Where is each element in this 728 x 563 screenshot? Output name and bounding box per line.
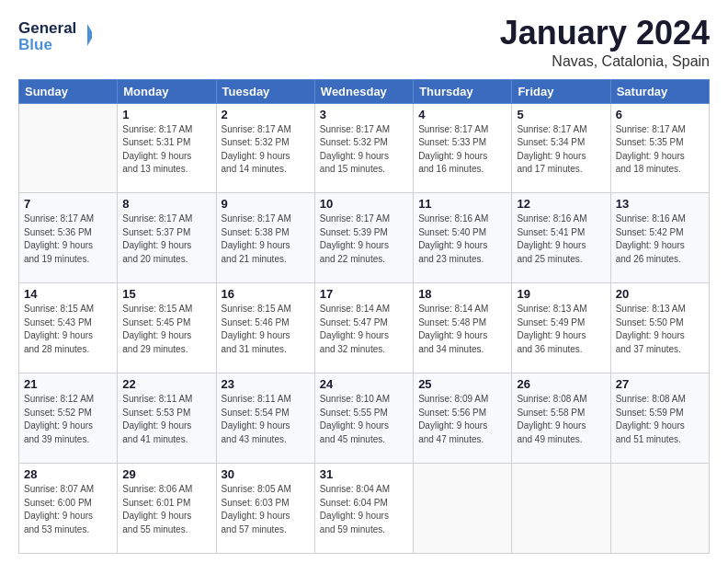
day-number: 31: [320, 467, 408, 481]
day-number: 12: [517, 197, 605, 211]
calendar-cell: 17Sunrise: 8:14 AM Sunset: 5:47 PM Dayli…: [314, 283, 413, 373]
svg-text:General: General: [18, 19, 76, 37]
header-friday: Friday: [512, 79, 610, 103]
header-saturday: Saturday: [610, 79, 709, 103]
day-number: 3: [320, 108, 408, 121]
day-info: Sunrise: 8:17 AM Sunset: 5:32 PM Dayligh…: [320, 123, 408, 177]
day-number: 25: [418, 377, 506, 391]
header-tuesday: Tuesday: [216, 79, 314, 103]
day-info: Sunrise: 8:17 AM Sunset: 5:36 PM Dayligh…: [24, 213, 112, 266]
calendar-cell: 14Sunrise: 8:15 AM Sunset: 5:43 PM Dayli…: [19, 283, 118, 373]
calendar-cell: 16Sunrise: 8:15 AM Sunset: 5:46 PM Dayli…: [216, 283, 314, 373]
calendar-cell: 25Sunrise: 8:09 AM Sunset: 5:56 PM Dayli…: [414, 373, 512, 464]
day-info: Sunrise: 8:16 AM Sunset: 5:42 PM Dayligh…: [616, 213, 704, 266]
calendar-cell: 11Sunrise: 8:16 AM Sunset: 5:40 PM Dayli…: [414, 193, 512, 283]
day-number: 6: [616, 108, 704, 121]
day-number: 22: [122, 377, 210, 391]
calendar-cell: 2Sunrise: 8:17 AM Sunset: 5:32 PM Daylig…: [216, 103, 314, 193]
calendar-cell: 7Sunrise: 8:17 AM Sunset: 5:36 PM Daylig…: [19, 193, 118, 283]
day-info: Sunrise: 8:11 AM Sunset: 5:53 PM Dayligh…: [122, 393, 210, 446]
day-info: Sunrise: 8:04 AM Sunset: 6:04 PM Dayligh…: [320, 483, 408, 536]
calendar-cell: 23Sunrise: 8:11 AM Sunset: 5:54 PM Dayli…: [216, 373, 314, 464]
calendar-cell: 12Sunrise: 8:16 AM Sunset: 5:41 PM Dayli…: [512, 193, 610, 283]
day-info: Sunrise: 8:17 AM Sunset: 5:33 PM Dayligh…: [418, 123, 506, 177]
logo-svg: General Blue: [18, 15, 92, 55]
calendar-cell: [19, 103, 118, 193]
day-info: Sunrise: 8:13 AM Sunset: 5:50 PM Dayligh…: [616, 303, 704, 356]
day-number: 14: [24, 287, 112, 301]
day-number: 26: [517, 377, 605, 391]
day-number: 18: [418, 287, 506, 301]
page: General Blue January 2024 Navas, Catalon…: [0, 0, 728, 563]
header-sunday: Sunday: [19, 79, 118, 103]
logo: General Blue: [18, 15, 92, 55]
day-info: Sunrise: 8:17 AM Sunset: 5:37 PM Dayligh…: [122, 213, 210, 266]
day-number: 19: [517, 287, 605, 301]
day-info: Sunrise: 8:14 AM Sunset: 5:47 PM Dayligh…: [320, 303, 408, 356]
day-info: Sunrise: 8:13 AM Sunset: 5:49 PM Dayligh…: [517, 303, 605, 356]
calendar-cell: 20Sunrise: 8:13 AM Sunset: 5:50 PM Dayli…: [610, 283, 709, 373]
day-info: Sunrise: 8:10 AM Sunset: 5:55 PM Dayligh…: [320, 393, 408, 446]
day-info: Sunrise: 8:17 AM Sunset: 5:31 PM Dayligh…: [122, 123, 210, 177]
calendar-cell: 1Sunrise: 8:17 AM Sunset: 5:31 PM Daylig…: [118, 103, 216, 193]
day-info: Sunrise: 8:17 AM Sunset: 5:34 PM Dayligh…: [517, 123, 605, 177]
calendar-cell: 31Sunrise: 8:04 AM Sunset: 6:04 PM Dayli…: [314, 464, 413, 554]
day-number: 13: [616, 197, 704, 211]
day-info: Sunrise: 8:15 AM Sunset: 5:46 PM Dayligh…: [222, 303, 310, 356]
calendar-cell: 5Sunrise: 8:17 AM Sunset: 5:34 PM Daylig…: [512, 103, 610, 193]
calendar-cell: 19Sunrise: 8:13 AM Sunset: 5:49 PM Dayli…: [512, 283, 610, 373]
day-number: 23: [222, 377, 310, 391]
calendar-cell: [512, 464, 610, 554]
calendar-cell: 29Sunrise: 8:06 AM Sunset: 6:01 PM Dayli…: [118, 464, 216, 554]
calendar-cell: [610, 464, 709, 554]
day-info: Sunrise: 8:14 AM Sunset: 5:48 PM Dayligh…: [418, 303, 506, 356]
svg-text:Blue: Blue: [18, 36, 52, 53]
day-info: Sunrise: 8:07 AM Sunset: 6:00 PM Dayligh…: [24, 483, 112, 536]
day-info: Sunrise: 8:09 AM Sunset: 5:56 PM Dayligh…: [418, 393, 506, 446]
day-info: Sunrise: 8:11 AM Sunset: 5:54 PM Dayligh…: [222, 393, 310, 446]
calendar-cell: 26Sunrise: 8:08 AM Sunset: 5:58 PM Dayli…: [512, 373, 610, 464]
day-number: 30: [222, 467, 310, 481]
header-wednesday: Wednesday: [314, 79, 413, 103]
day-info: Sunrise: 8:12 AM Sunset: 5:52 PM Dayligh…: [24, 393, 112, 446]
day-number: 8: [122, 197, 210, 211]
calendar-week-5: 28Sunrise: 8:07 AM Sunset: 6:00 PM Dayli…: [19, 464, 710, 554]
calendar-cell: 22Sunrise: 8:11 AM Sunset: 5:53 PM Dayli…: [118, 373, 216, 464]
calendar-cell: 18Sunrise: 8:14 AM Sunset: 5:48 PM Dayli…: [414, 283, 512, 373]
calendar-table: SundayMondayTuesdayWednesdayThursdayFrid…: [18, 79, 710, 554]
calendar-cell: 9Sunrise: 8:17 AM Sunset: 5:38 PM Daylig…: [216, 193, 314, 283]
day-info: Sunrise: 8:06 AM Sunset: 6:01 PM Dayligh…: [122, 483, 210, 536]
day-number: 9: [222, 197, 310, 211]
day-info: Sunrise: 8:17 AM Sunset: 5:35 PM Dayligh…: [616, 123, 704, 177]
calendar-cell: 21Sunrise: 8:12 AM Sunset: 5:52 PM Dayli…: [19, 373, 118, 464]
day-info: Sunrise: 8:15 AM Sunset: 5:45 PM Dayligh…: [122, 303, 210, 356]
day-number: 17: [320, 287, 408, 301]
calendar-cell: 4Sunrise: 8:17 AM Sunset: 5:33 PM Daylig…: [414, 103, 512, 193]
calendar-cell: 13Sunrise: 8:16 AM Sunset: 5:42 PM Dayli…: [610, 193, 709, 283]
calendar-cell: 6Sunrise: 8:17 AM Sunset: 5:35 PM Daylig…: [610, 103, 709, 193]
day-info: Sunrise: 8:16 AM Sunset: 5:40 PM Dayligh…: [418, 213, 506, 266]
calendar-cell: 8Sunrise: 8:17 AM Sunset: 5:37 PM Daylig…: [118, 193, 216, 283]
day-number: 7: [24, 197, 112, 211]
location: Navas, Catalonia, Spain: [500, 53, 710, 70]
header-monday: Monday: [118, 79, 216, 103]
calendar-cell: [414, 464, 512, 554]
calendar-week-4: 21Sunrise: 8:12 AM Sunset: 5:52 PM Dayli…: [19, 373, 710, 464]
calendar-cell: 30Sunrise: 8:05 AM Sunset: 6:03 PM Dayli…: [216, 464, 314, 554]
day-number: 2: [222, 108, 310, 121]
calendar-cell: 28Sunrise: 8:07 AM Sunset: 6:00 PM Dayli…: [19, 464, 118, 554]
day-info: Sunrise: 8:08 AM Sunset: 5:58 PM Dayligh…: [517, 393, 605, 446]
day-number: 4: [418, 108, 506, 121]
day-info: Sunrise: 8:08 AM Sunset: 5:59 PM Dayligh…: [616, 393, 704, 446]
day-info: Sunrise: 8:05 AM Sunset: 6:03 PM Dayligh…: [222, 483, 310, 536]
day-number: 16: [222, 287, 310, 301]
day-number: 1: [122, 108, 210, 121]
calendar-header-row: SundayMondayTuesdayWednesdayThursdayFrid…: [19, 79, 710, 103]
day-number: 10: [320, 197, 408, 211]
day-number: 15: [122, 287, 210, 301]
day-number: 29: [122, 467, 210, 481]
calendar-cell: 15Sunrise: 8:15 AM Sunset: 5:45 PM Dayli…: [118, 283, 216, 373]
day-number: 27: [616, 377, 704, 391]
day-info: Sunrise: 8:17 AM Sunset: 5:39 PM Dayligh…: [320, 213, 408, 266]
month-title: January 2024: [500, 15, 710, 52]
